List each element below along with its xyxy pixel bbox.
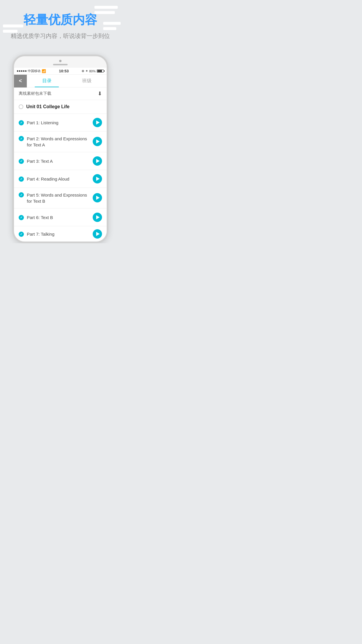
play-button-3[interactable]	[93, 156, 102, 166]
back-arrow-icon: <	[19, 78, 22, 84]
check-icon-4	[19, 176, 24, 182]
phone-mockup: 中国移动 📶 10:53 ⊕ ✶ 80% < 目录	[0, 55, 121, 243]
deco-lines-right-mid	[103, 22, 121, 30]
carrier-label: 中国移动	[28, 69, 41, 73]
unit-header[interactable]: Unit 01 College Life	[14, 100, 107, 114]
check-icon-5	[19, 192, 24, 197]
part-label-3: Part 3: Text A	[27, 158, 90, 164]
play-button-5[interactable]	[93, 193, 102, 202]
check-icon-2	[19, 136, 24, 141]
tab-catalog[interactable]: 目录	[27, 75, 67, 87]
nav-bar: < 目录 班级	[14, 75, 107, 88]
download-text: 离线素材包未下载	[19, 91, 51, 96]
check-icon-1	[19, 120, 24, 125]
download-bar: 离线素材包未下载 ⬇	[14, 88, 107, 100]
bluetooth-icon: ✶	[85, 69, 88, 73]
tab-class-label: 班级	[82, 78, 92, 84]
play-button-6[interactable]	[93, 213, 102, 222]
deco-lines-top-right	[94, 6, 118, 14]
play-triangle-4	[96, 177, 100, 181]
part-item-4[interactable]: Part 4: Reading Aloud	[14, 170, 107, 188]
battery-fill	[97, 70, 102, 72]
part-item-6[interactable]: Part 6: Text B	[14, 209, 107, 226]
part-item-3[interactable]: Part 3: Text A	[14, 152, 107, 170]
part-label-1: Part 1: Listening	[27, 120, 90, 126]
status-bar: 中国移动 📶 10:53 ⊕ ✶ 80%	[14, 68, 107, 75]
unit-title: Unit 01 College Life	[26, 104, 69, 109]
play-triangle-1	[96, 120, 100, 125]
wifi-icon: 📶	[42, 69, 46, 73]
battery-bar	[97, 69, 104, 73]
status-right: ⊕ ✶ 80%	[82, 69, 104, 73]
phone-top-hardware	[14, 56, 107, 68]
part-label-2: Part 2: Words and Expressions for Text A	[27, 136, 90, 148]
back-button[interactable]: <	[14, 75, 27, 88]
part-item-5[interactable]: Part 5: Words and Expressions for Text B	[14, 188, 107, 209]
play-triangle-7	[96, 232, 100, 236]
status-time: 10:53	[59, 69, 68, 73]
play-button-2[interactable]	[93, 137, 102, 146]
check-icon-3	[19, 159, 24, 164]
hero-main-title: 轻量优质内容	[24, 12, 97, 28]
location-icon: ⊕	[82, 69, 84, 73]
play-button-4[interactable]	[93, 174, 102, 183]
play-triangle-2	[96, 139, 100, 144]
deco-lines-left	[3, 24, 23, 33]
status-left: 中国移动 📶	[17, 69, 46, 73]
part-label-5: Part 5: Words and Expressions for Text B	[27, 192, 90, 204]
check-icon-7	[19, 232, 24, 237]
phone-camera	[59, 60, 61, 62]
part-item-2[interactable]: Part 2: Words and Expressions for Text A	[14, 132, 107, 152]
tab-catalog-label: 目录	[42, 78, 52, 84]
nav-tabs: 目录 班级	[27, 75, 107, 87]
play-triangle-5	[96, 196, 100, 200]
play-button-7[interactable]	[93, 229, 102, 239]
check-icon-6	[19, 215, 24, 220]
phone-frame: 中国移动 📶 10:53 ⊕ ✶ 80% < 目录	[12, 55, 108, 243]
part-label-7: Part 7: Talking	[27, 231, 90, 237]
play-triangle-6	[96, 215, 100, 219]
hero-subtitle: 精选优质学习内容，听说读背一步到位	[11, 32, 110, 40]
signal-dots	[17, 70, 27, 72]
part-label-4: Part 4: Reading Aloud	[27, 176, 90, 182]
phone-speaker	[53, 64, 68, 65]
tab-class[interactable]: 班级	[67, 75, 107, 87]
unit-circle-icon	[19, 104, 23, 109]
download-icon[interactable]: ⬇	[98, 90, 102, 97]
part-item-1[interactable]: Part 1: Listening	[14, 114, 107, 132]
part-item-7[interactable]: Part 7: Talking	[14, 226, 107, 242]
play-button-1[interactable]	[93, 118, 102, 127]
play-triangle-3	[96, 159, 100, 163]
part-label-6: Part 6: Text B	[27, 214, 90, 220]
battery-percent: 80%	[89, 69, 96, 73]
